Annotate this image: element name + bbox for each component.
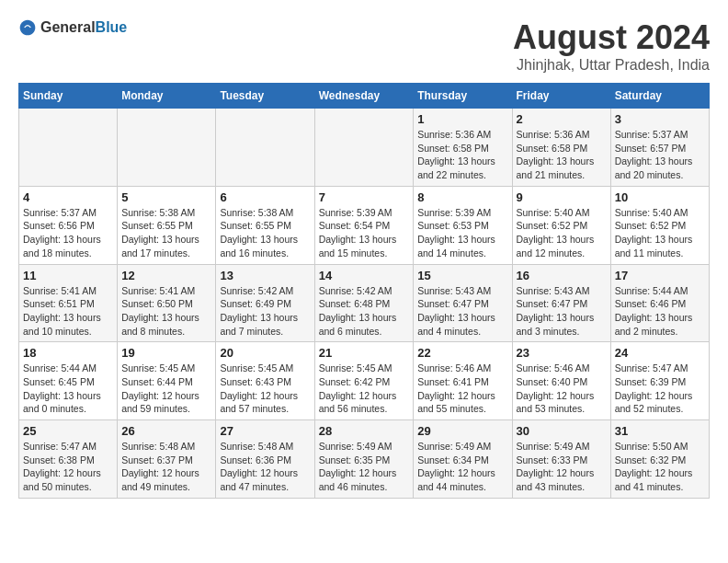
logo: GeneralBlue <box>18 18 127 37</box>
day-number: 15 <box>417 269 507 282</box>
day-number: 28 <box>319 424 410 438</box>
calendar-week-2: 4Sunrise: 5:37 AM Sunset: 6:56 PM Daylig… <box>19 186 710 264</box>
day-detail: Sunrise: 5:45 AM Sunset: 6:43 PM Dayligh… <box>220 362 310 416</box>
calendar-cell: 10Sunrise: 5:40 AM Sunset: 6:52 PM Dayli… <box>610 186 709 264</box>
day-number: 21 <box>319 346 410 360</box>
col-thursday: Thursday <box>414 84 512 109</box>
day-detail: Sunrise: 5:40 AM Sunset: 6:52 PM Dayligh… <box>517 206 607 260</box>
day-number: 8 <box>417 190 507 204</box>
calendar-cell: 17Sunrise: 5:44 AM Sunset: 6:46 PM Dayli… <box>610 264 709 342</box>
calendar-cell: 2Sunrise: 5:36 AM Sunset: 6:58 PM Daylig… <box>512 109 610 187</box>
logo-blue: Blue <box>96 19 128 35</box>
calendar-title: August 2024 <box>513 18 710 57</box>
day-number: 10 <box>615 190 705 204</box>
day-number: 26 <box>121 424 211 438</box>
day-number: 12 <box>121 269 211 282</box>
calendar-cell: 28Sunrise: 5:49 AM Sunset: 6:35 PM Dayli… <box>314 420 414 499</box>
day-number: 3 <box>615 112 705 126</box>
day-detail: Sunrise: 5:49 AM Sunset: 6:33 PM Dayligh… <box>517 440 607 494</box>
day-number: 5 <box>121 190 211 204</box>
day-detail: Sunrise: 5:42 AM Sunset: 6:48 PM Dayligh… <box>319 284 410 339</box>
calendar-cell: 4Sunrise: 5:37 AM Sunset: 6:56 PM Daylig… <box>19 186 118 264</box>
calendar-cell: 7Sunrise: 5:39 AM Sunset: 6:54 PM Daylig… <box>314 186 414 264</box>
calendar-cell <box>216 109 314 187</box>
day-number: 25 <box>23 424 113 438</box>
col-saturday: Saturday <box>610 84 709 109</box>
day-detail: Sunrise: 5:45 AM Sunset: 6:42 PM Dayligh… <box>319 362 410 416</box>
day-number: 1 <box>417 112 507 126</box>
day-detail: Sunrise: 5:36 AM Sunset: 6:58 PM Dayligh… <box>517 128 607 182</box>
day-detail: Sunrise: 5:37 AM Sunset: 6:57 PM Dayligh… <box>615 128 705 182</box>
day-detail: Sunrise: 5:36 AM Sunset: 6:58 PM Dayligh… <box>417 128 507 182</box>
day-detail: Sunrise: 5:46 AM Sunset: 6:40 PM Dayligh… <box>517 362 607 416</box>
calendar-cell: 26Sunrise: 5:48 AM Sunset: 6:37 PM Dayli… <box>118 420 216 499</box>
calendar-cell: 25Sunrise: 5:47 AM Sunset: 6:38 PM Dayli… <box>19 420 118 499</box>
day-number: 22 <box>417 346 507 360</box>
day-detail: Sunrise: 5:49 AM Sunset: 6:35 PM Dayligh… <box>319 440 410 494</box>
col-tuesday: Tuesday <box>216 84 314 109</box>
calendar-cell: 31Sunrise: 5:50 AM Sunset: 6:32 PM Dayli… <box>610 420 709 499</box>
calendar-cell: 12Sunrise: 5:41 AM Sunset: 6:50 PM Dayli… <box>118 264 216 342</box>
day-detail: Sunrise: 5:44 AM Sunset: 6:46 PM Dayligh… <box>615 284 705 339</box>
day-number: 2 <box>517 112 607 126</box>
day-detail: Sunrise: 5:46 AM Sunset: 6:41 PM Dayligh… <box>417 362 507 416</box>
day-detail: Sunrise: 5:41 AM Sunset: 6:51 PM Dayligh… <box>23 284 113 339</box>
day-number: 30 <box>517 424 607 438</box>
day-number: 17 <box>615 269 705 282</box>
calendar-cell: 9Sunrise: 5:40 AM Sunset: 6:52 PM Daylig… <box>512 186 610 264</box>
calendar-cell: 14Sunrise: 5:42 AM Sunset: 6:48 PM Dayli… <box>314 264 414 342</box>
calendar-cell: 21Sunrise: 5:45 AM Sunset: 6:42 PM Dayli… <box>314 342 414 420</box>
day-detail: Sunrise: 5:49 AM Sunset: 6:34 PM Dayligh… <box>417 440 507 494</box>
calendar-week-3: 11Sunrise: 5:41 AM Sunset: 6:51 PM Dayli… <box>19 264 710 342</box>
calendar-table: Sunday Monday Tuesday Wednesday Thursday… <box>18 83 710 499</box>
day-detail: Sunrise: 5:45 AM Sunset: 6:44 PM Dayligh… <box>121 362 211 416</box>
day-detail: Sunrise: 5:38 AM Sunset: 6:55 PM Dayligh… <box>220 206 310 260</box>
day-number: 9 <box>517 190 607 204</box>
day-detail: Sunrise: 5:41 AM Sunset: 6:50 PM Dayligh… <box>121 284 211 339</box>
calendar-cell: 1Sunrise: 5:36 AM Sunset: 6:58 PM Daylig… <box>414 109 512 187</box>
calendar-cell: 8Sunrise: 5:39 AM Sunset: 6:53 PM Daylig… <box>414 186 512 264</box>
logo-general: General <box>40 19 96 35</box>
day-number: 19 <box>121 346 211 360</box>
day-number: 16 <box>517 269 607 282</box>
calendar-cell: 13Sunrise: 5:42 AM Sunset: 6:49 PM Dayli… <box>216 264 314 342</box>
day-number: 6 <box>220 190 310 204</box>
day-detail: Sunrise: 5:48 AM Sunset: 6:36 PM Dayligh… <box>220 440 310 494</box>
calendar-cell: 18Sunrise: 5:44 AM Sunset: 6:45 PM Dayli… <box>19 342 118 420</box>
calendar-cell: 22Sunrise: 5:46 AM Sunset: 6:41 PM Dayli… <box>414 342 512 420</box>
day-number: 20 <box>220 346 310 360</box>
calendar-week-5: 25Sunrise: 5:47 AM Sunset: 6:38 PM Dayli… <box>19 420 710 499</box>
day-number: 24 <box>615 346 705 360</box>
day-number: 29 <box>417 424 507 438</box>
day-detail: Sunrise: 5:47 AM Sunset: 6:38 PM Dayligh… <box>23 440 113 494</box>
day-detail: Sunrise: 5:38 AM Sunset: 6:55 PM Dayligh… <box>121 206 211 260</box>
day-number: 4 <box>23 190 113 204</box>
calendar-cell: 24Sunrise: 5:47 AM Sunset: 6:39 PM Dayli… <box>610 342 709 420</box>
day-detail: Sunrise: 5:42 AM Sunset: 6:49 PM Dayligh… <box>220 284 310 339</box>
calendar-cell: 6Sunrise: 5:38 AM Sunset: 6:55 PM Daylig… <box>216 186 314 264</box>
day-number: 13 <box>220 269 310 282</box>
col-sunday: Sunday <box>19 84 118 109</box>
calendar-cell: 3Sunrise: 5:37 AM Sunset: 6:57 PM Daylig… <box>610 109 709 187</box>
calendar-cell: 20Sunrise: 5:45 AM Sunset: 6:43 PM Dayli… <box>216 342 314 420</box>
day-number: 14 <box>319 269 410 282</box>
day-detail: Sunrise: 5:43 AM Sunset: 6:47 PM Dayligh… <box>517 284 607 339</box>
day-number: 7 <box>319 190 410 204</box>
day-detail: Sunrise: 5:44 AM Sunset: 6:45 PM Dayligh… <box>23 362 113 416</box>
calendar-cell: 11Sunrise: 5:41 AM Sunset: 6:51 PM Dayli… <box>19 264 118 342</box>
calendar-week-1: 1Sunrise: 5:36 AM Sunset: 6:58 PM Daylig… <box>19 109 710 187</box>
day-detail: Sunrise: 5:40 AM Sunset: 6:52 PM Dayligh… <box>615 206 705 260</box>
title-area: August 2024 Jhinjhak, Uttar Pradesh, Ind… <box>513 18 710 74</box>
calendar-cell: 15Sunrise: 5:43 AM Sunset: 6:47 PM Dayli… <box>414 264 512 342</box>
header: GeneralBlue August 2024 Jhinjhak, Uttar … <box>18 18 710 74</box>
calendar-cell <box>19 109 118 187</box>
calendar-cell <box>314 109 414 187</box>
calendar-cell: 29Sunrise: 5:49 AM Sunset: 6:34 PM Dayli… <box>414 420 512 499</box>
day-number: 18 <box>23 346 113 360</box>
day-detail: Sunrise: 5:47 AM Sunset: 6:39 PM Dayligh… <box>615 362 705 416</box>
calendar-cell: 19Sunrise: 5:45 AM Sunset: 6:44 PM Dayli… <box>118 342 216 420</box>
day-detail: Sunrise: 5:39 AM Sunset: 6:54 PM Dayligh… <box>319 206 410 260</box>
day-number: 23 <box>517 346 607 360</box>
calendar-week-4: 18Sunrise: 5:44 AM Sunset: 6:45 PM Dayli… <box>19 342 710 420</box>
header-row: Sunday Monday Tuesday Wednesday Thursday… <box>19 84 710 109</box>
